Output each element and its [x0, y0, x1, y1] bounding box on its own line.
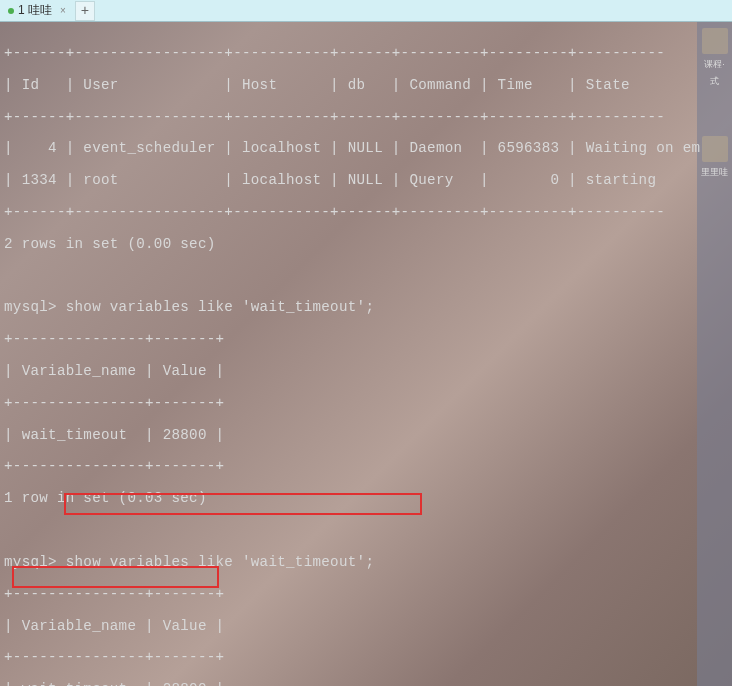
mysql-prompt: mysql>: [4, 299, 57, 315]
table-border: +---------------+-------+: [4, 587, 732, 603]
table-header: | Id | User | Host | db | Command | Time…: [4, 78, 732, 94]
blank-line: [4, 523, 732, 539]
table-header: | Variable_name | Value |: [4, 364, 732, 380]
tab-bar: 1 哇哇 × +: [0, 0, 732, 22]
terminal-tab[interactable]: 1 哇哇 ×: [0, 0, 74, 21]
mysql-prompt-line: mysql> show variables like 'wait_timeout…: [4, 555, 732, 571]
terminal-output[interactable]: +------+-----------------+-----------+--…: [0, 22, 732, 686]
tab-status-dot-icon: [8, 8, 14, 14]
tab-title: 1 哇哇: [18, 2, 52, 19]
plus-icon: +: [81, 3, 89, 19]
table-border: +------+-----------------+-----------+--…: [4, 46, 732, 62]
table-row: | wait_timeout | 28800 |: [4, 682, 732, 686]
table-border: +---------------+-------+: [4, 459, 732, 475]
sql-command: show variables like 'wait_timeout';: [57, 554, 374, 570]
result-summary: 2 rows in set (0.00 sec): [4, 237, 732, 253]
table-row: | wait_timeout | 28800 |: [4, 428, 732, 444]
table-border: +------+-----------------+-----------+--…: [4, 110, 732, 126]
table-row: | 4 | event_scheduler | localhost | NULL…: [4, 141, 732, 157]
sql-command: show variables like 'wait_timeout';: [57, 299, 374, 315]
table-header: | Variable_name | Value |: [4, 619, 732, 635]
mysql-prompt: mysql>: [4, 554, 57, 570]
mysql-prompt-line: mysql> show variables like 'wait_timeout…: [4, 300, 732, 316]
table-border: +---------------+-------+: [4, 332, 732, 348]
new-tab-button[interactable]: +: [75, 1, 95, 21]
table-row: | 1334 | root | localhost | NULL | Query…: [4, 173, 732, 189]
table-border: +------+-----------------+-----------+--…: [4, 205, 732, 221]
table-border: +---------------+-------+: [4, 396, 732, 412]
result-summary: 1 row in set (0.03 sec): [4, 491, 732, 507]
close-icon[interactable]: ×: [60, 5, 66, 16]
table-border: +---------------+-------+: [4, 650, 732, 666]
blank-line: [4, 269, 732, 285]
